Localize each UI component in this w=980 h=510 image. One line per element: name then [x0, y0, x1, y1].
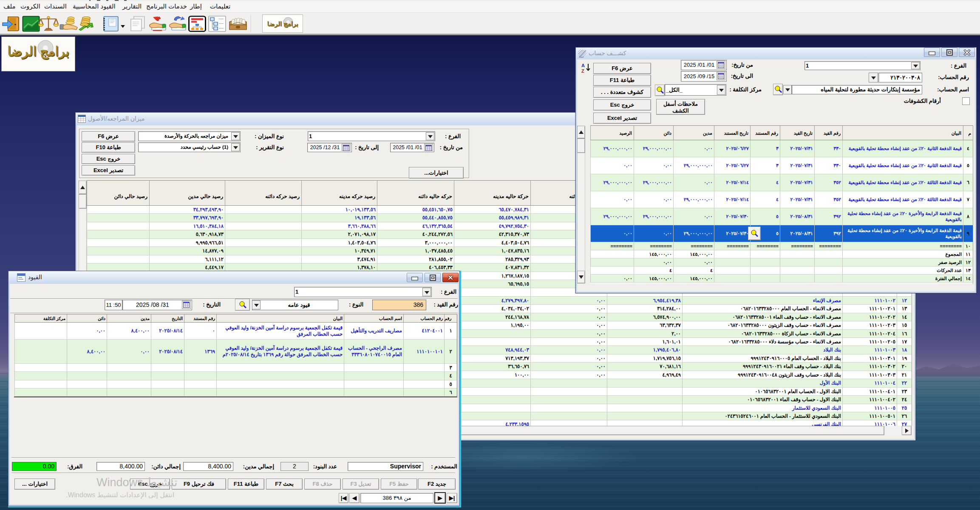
svg-text:Z: Z	[581, 68, 584, 74]
svg-text:A: A	[581, 63, 585, 68]
